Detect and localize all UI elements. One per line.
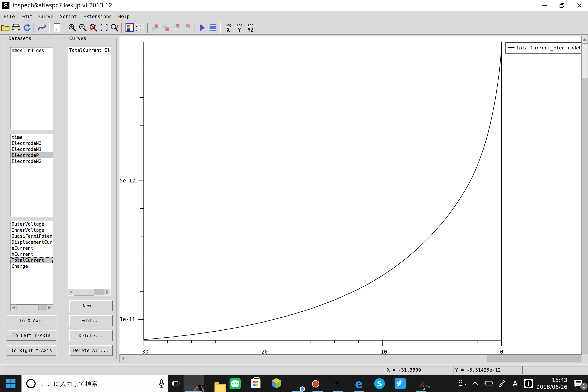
palette-button[interactable] <box>125 23 135 33</box>
zoom-check-button[interactable] <box>110 23 120 33</box>
close-icon <box>576 2 582 8</box>
taskbar-app-ms-store[interactable] <box>246 375 266 392</box>
taskbar-app-cube-app[interactable] <box>266 375 287 392</box>
dataset-variable-item[interactable]: time <box>10 134 53 140</box>
scroll-up-arrow[interactable] <box>582 36 587 42</box>
taskbar-app-ubuntu-terminal[interactable] <box>307 375 328 392</box>
notification-center-button[interactable]: 1 <box>569 375 588 392</box>
zoom-region-button[interactable] <box>99 23 109 33</box>
taskbar-app-chrome[interactable] <box>287 375 307 392</box>
menu-item-script[interactable]: Script <box>60 14 77 19</box>
scroll-thumb[interactable] <box>74 289 94 296</box>
dataset-quantity-item[interactable]: QuasiFermiPotent <box>10 233 53 239</box>
button-to-right-y-axis[interactable]: To Right Y-Axis <box>7 345 56 356</box>
taskbar-app-exceed[interactable]: X <box>184 375 204 392</box>
scroll-left-arrow[interactable] <box>10 304 16 310</box>
button-to-left-y-axis[interactable]: To Left Y-Axis <box>7 330 56 341</box>
pattern-button[interactable] <box>208 23 218 33</box>
tray-ime-j-icon[interactable]: J <box>522 375 535 392</box>
marker-d-button[interactable] <box>182 23 192 33</box>
dataset-variables-listbox[interactable]: timeElectrodeN3ElectrodeN1ElectrodePElec… <box>10 134 53 217</box>
refresh-button[interactable] <box>22 23 32 33</box>
plot-canvas[interactable]: -30-20-100-5e-12-1e-11 <box>120 36 581 354</box>
microphone-icon[interactable] <box>158 379 164 388</box>
printer-button[interactable] <box>11 23 21 33</box>
taskbar-clock[interactable]: 15:432018/06/26 <box>535 377 569 390</box>
tray-battery-icon[interactable] <box>482 375 495 392</box>
menu-item-extensions[interactable]: Extensions <box>84 14 112 19</box>
tray-pen-icon[interactable] <box>495 375 508 392</box>
taskbar-app-twitter[interactable] <box>390 375 410 392</box>
dataset-quantities-listbox[interactable]: OuterVoltageInnerVoltageQuasiFermiPotent… <box>10 221 53 304</box>
scroll-thumb[interactable] <box>16 304 38 311</box>
menu-item-file[interactable]: File <box>4 14 15 19</box>
curves-hscrollbar[interactable] <box>68 289 111 296</box>
marker-b-button[interactable] <box>161 23 171 33</box>
taskbar-app-line[interactable]: LINE <box>225 375 246 392</box>
minimize-button[interactable] <box>536 0 553 11</box>
datasets-hscrollbar[interactable] <box>10 304 53 311</box>
scroll-thumb[interactable] <box>126 355 488 362</box>
tray-ime-a-icon[interactable]: A <box>508 375 522 392</box>
zoom-in-button[interactable] <box>67 23 77 33</box>
button-delete[interactable]: Delete... <box>69 330 112 341</box>
zoom-cancel-button[interactable] <box>88 23 98 33</box>
taskbar-app-notes-app[interactable] <box>328 375 348 392</box>
zoom-out-button[interactable] <box>78 23 88 33</box>
curve-tool-button[interactable] <box>37 23 47 33</box>
grid-button[interactable] <box>135 23 145 33</box>
menu-item-edit[interactable]: Edit <box>21 14 33 19</box>
dataset-quantity-item[interactable]: OuterVoltage <box>10 221 53 227</box>
taskbar-app-file-explorer[interactable] <box>204 375 225 392</box>
menu-item-curve[interactable]: Curve <box>39 14 53 19</box>
log-y2-button[interactable]: logY2 <box>245 23 256 33</box>
button-to-x-axis[interactable]: To X-Axis <box>7 315 56 326</box>
play-button[interactable] <box>197 23 208 33</box>
dataset-quantity-item[interactable]: DisplacementCurr <box>10 239 53 245</box>
dataset-file-item[interactable]: nmos1_n4_des <box>10 48 53 54</box>
log-x-button[interactable]: logX <box>223 23 234 33</box>
plot-hscrollbar[interactable] <box>120 354 582 362</box>
toolbar-separator <box>194 23 195 33</box>
curve-item[interactable]: TotalCurrent_Ele <box>68 47 110 53</box>
new-page-button[interactable]: b <box>52 23 62 33</box>
dataset-files-listbox[interactable]: nmos1_n4_des <box>10 47 53 130</box>
marker-a-button[interactable] <box>150 23 160 33</box>
search-input[interactable] <box>40 380 144 388</box>
dataset-variable-item[interactable]: ElectrodeP <box>10 152 53 158</box>
scroll-left-arrow[interactable] <box>68 289 74 295</box>
tray-people-button[interactable] <box>455 375 468 392</box>
scroll-right-arrow[interactable] <box>47 304 53 310</box>
start-button[interactable] <box>0 375 22 392</box>
dataset-variable-item[interactable]: ElectrodeN2 <box>10 158 53 164</box>
taskbar-app-edge[interactable]: e <box>348 375 369 392</box>
battery-icon <box>484 380 494 387</box>
menu-item-help[interactable]: Help <box>118 14 130 19</box>
button-new[interactable]: New... <box>69 300 112 311</box>
dataset-quantity-item[interactable]: eCurrent <box>10 245 53 251</box>
curves-listbox[interactable]: TotalCurrent_Ele <box>68 47 111 289</box>
scroll-left-arrow[interactable] <box>120 355 126 362</box>
button-edit[interactable]: Edit... <box>69 315 112 326</box>
scroll-thumb[interactable] <box>582 44 588 78</box>
log-y-button[interactable]: logY <box>234 23 245 33</box>
dataset-quantity-item[interactable]: InnerVoltage <box>10 227 53 233</box>
plot-vscrollbar[interactable] <box>581 36 588 354</box>
dataset-quantity-item[interactable]: hCurrent <box>10 251 53 257</box>
restore-button[interactable] <box>553 0 570 11</box>
taskbar-app-gimp[interactable] <box>410 375 431 392</box>
close-button[interactable] <box>570 0 588 11</box>
legend-line-sample <box>508 47 514 48</box>
dataset-quantity-item[interactable]: TotalCurrent <box>10 257 53 263</box>
dataset-variable-item[interactable]: ElectrodeN3 <box>10 140 53 146</box>
tray-tray-chevron-button[interactable] <box>468 375 482 392</box>
open-folder-button[interactable] <box>0 23 10 33</box>
dataset-variable-item[interactable]: ElectrodeN1 <box>10 146 53 152</box>
taskbar-search[interactable] <box>22 375 168 392</box>
button-delete-all[interactable]: Delete All... <box>69 345 112 356</box>
dataset-quantity-item[interactable]: Charge <box>10 263 53 269</box>
marker-c-button[interactable] <box>172 23 182 33</box>
taskbar-app-skype[interactable]: S <box>369 375 390 392</box>
scroll-right-arrow[interactable] <box>104 289 110 295</box>
task-view-button[interactable] <box>168 375 184 392</box>
